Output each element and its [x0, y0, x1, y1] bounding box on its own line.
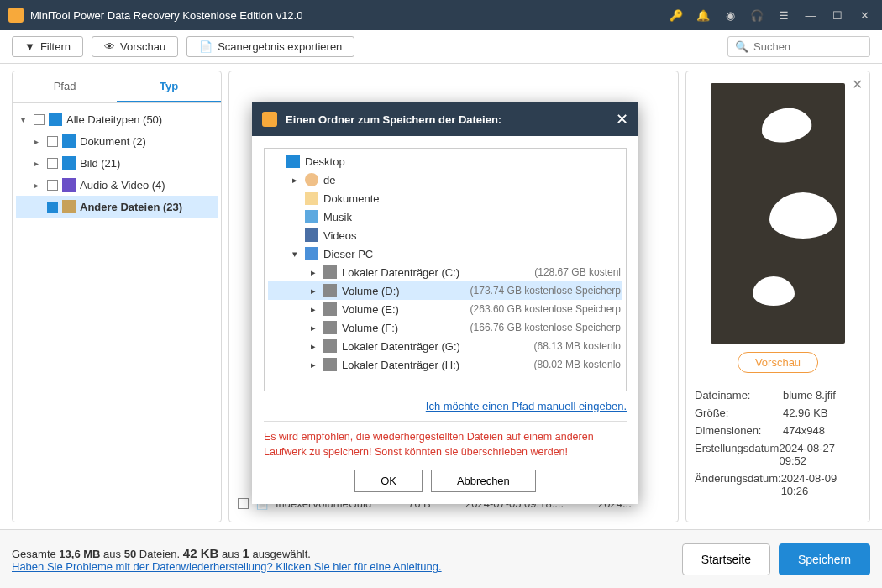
tree-img[interactable]: ▸Bild (21): [16, 152, 218, 174]
export-button[interactable]: 📄Scanergebnis exportieren: [186, 36, 354, 57]
folder-name: Dieser PC: [323, 248, 616, 260]
chevron-icon: ▸: [308, 286, 318, 297]
preview-panel: ✕ Vorschau Dateiname:blume 8.jfif Größe:…: [685, 71, 870, 522]
folder-node[interactable]: ▸Volume (F:)(166.76 GB kostenlose Speich…: [268, 318, 622, 337]
dialog-cancel-button[interactable]: Abbrechen: [431, 470, 536, 492]
folder-icon: [323, 339, 337, 353]
help-link[interactable]: Haben Sie Probleme mit der Datenwiederhe…: [12, 560, 674, 573]
preview-close-icon[interactable]: ✕: [852, 76, 863, 92]
folder-icon: [286, 155, 300, 168]
tree-doc[interactable]: ▸Dokument (2): [16, 130, 218, 152]
preview-image: [711, 83, 845, 344]
footer-stats: Gesamte 13,6 MB aus 50 Dateien. 42 KB au…: [12, 546, 674, 560]
tree-av[interactable]: ▸Audio & Video (4): [16, 174, 218, 196]
folder-name: Volume (E:): [342, 303, 465, 316]
folder-node[interactable]: Musik: [268, 207, 622, 226]
minimize-icon[interactable]: —: [801, 6, 820, 24]
titlebar: MiniTool Power Data Recovery Kostenlose …: [0, 0, 882, 30]
folder-size: (166.76 GB kostenlose Speicherp: [470, 322, 621, 333]
folder-node[interactable]: ▸Volume (D:)(173.74 GB kostenlose Speich…: [268, 281, 622, 300]
home-button[interactable]: Startseite: [682, 543, 770, 575]
type-tree: ▾Alle Dateitypen (50) ▸Dokument (2) ▸Bil…: [13, 103, 221, 223]
chevron-icon: ▸: [308, 341, 318, 352]
footer: Gesamte 13,6 MB aus 50 Dateien. 42 KB au…: [0, 529, 882, 588]
folder-node[interactable]: Dokumente: [268, 189, 622, 207]
manual-path-link[interactable]: Ich möchte einen Pfad manuell eingeben.: [264, 400, 627, 412]
dialog-close-icon[interactable]: ✕: [616, 110, 628, 129]
tree-all[interactable]: ▾Alle Dateitypen (50): [16, 108, 218, 130]
filter-button[interactable]: ▼Filtern: [12, 36, 83, 57]
folder-name: Musik: [323, 211, 616, 223]
toolbar: ▼Filtern 👁Vorschau 📄Scanergebnis exporti…: [0, 30, 882, 64]
folder-size: (173.74 GB kostenlose Speicherp: [470, 285, 621, 297]
left-panel: Pfad Typ ▾Alle Dateitypen (50) ▸Dokument…: [12, 71, 222, 522]
folder-node[interactable]: ▸Lokaler Datenträger (C:)(128.67 GB kost…: [268, 263, 622, 281]
chevron-icon: ▸: [308, 360, 318, 370]
tab-type[interactable]: Typ: [117, 71, 221, 102]
folder-node[interactable]: Videos: [268, 226, 622, 244]
folder-icon: [305, 210, 318, 223]
folder-node[interactable]: ▸Lokaler Datenträger (G:)(68.13 MB koste…: [268, 337, 622, 355]
folder-icon: [305, 192, 318, 205]
save-folder-dialog: Einen Ordner zum Speichern der Dateien: …: [252, 102, 638, 504]
folder-node[interactable]: Desktop: [268, 152, 622, 171]
folder-name: Lokaler Datenträger (G:): [342, 340, 529, 353]
folder-node[interactable]: ▸Lokaler Datenträger (H:)(80.02 MB koste…: [268, 355, 622, 374]
dialog-logo-icon: [262, 112, 277, 127]
dialog-ok-button[interactable]: OK: [354, 470, 423, 492]
globe-icon[interactable]: ◉: [721, 6, 739, 24]
preview-button[interactable]: 👁Vorschau: [92, 36, 178, 57]
chevron-icon: ▸: [308, 304, 318, 315]
folder-name: Lokaler Datenträger (C:): [342, 266, 529, 279]
maximize-icon[interactable]: ☐: [828, 6, 847, 24]
folder-name: Desktop: [305, 155, 616, 168]
app-logo-icon: [8, 8, 24, 23]
folder-name: Lokaler Datenträger (H:): [342, 359, 529, 371]
folder-size: (80.02 MB kostenlo: [534, 359, 621, 370]
folder-icon: [323, 265, 337, 279]
chevron-icon: ▾: [290, 249, 300, 260]
chevron-icon: ▸: [308, 267, 318, 278]
folder-size: (263.60 GB kostenlose Speicherp: [470, 303, 621, 315]
folder-name: Volume (D:): [342, 285, 465, 297]
tree-other[interactable]: Andere Dateien (23): [16, 196, 218, 218]
dialog-warning: Es wird empfohlen, die wiederhergestellt…: [264, 421, 627, 459]
filter-icon: ▼: [24, 40, 35, 53]
tab-path[interactable]: Pfad: [13, 71, 117, 102]
folder-name: Volume (F:): [342, 322, 465, 334]
export-icon: 📄: [199, 40, 213, 53]
folder-icon: [323, 302, 337, 316]
folder-name: Dokumente: [323, 192, 616, 205]
key-icon[interactable]: 🔑: [667, 6, 685, 24]
folder-icon: [323, 358, 337, 371]
folder-icon: [305, 247, 318, 260]
row-checkbox[interactable]: [238, 498, 249, 509]
folder-node[interactable]: ▾Dieser PC: [268, 244, 622, 263]
chevron-icon: ▸: [308, 323, 318, 333]
search-icon: 🔍: [735, 40, 748, 53]
save-button[interactable]: Speichern: [779, 543, 870, 575]
app-title: MiniTool Power Data Recovery Kostenlose …: [30, 9, 659, 22]
dialog-title: Einen Ordner zum Speichern der Dateien:: [286, 113, 616, 126]
search-input[interactable]: [753, 40, 863, 53]
folder-icon: [305, 173, 318, 186]
folder-tree: Desktop▸deDokumenteMusikVideos▾Dieser PC…: [264, 148, 627, 391]
search-box[interactable]: 🔍: [727, 36, 870, 57]
folder-name: de: [323, 174, 616, 186]
preview-open-button[interactable]: Vorschau: [738, 352, 818, 373]
folder-icon: [323, 284, 337, 297]
eye-icon: 👁: [104, 40, 115, 53]
folder-name: Videos: [323, 229, 616, 242]
folder-size: (128.67 GB kostenl: [534, 266, 621, 278]
folder-size: (68.13 MB kostenlo: [534, 340, 621, 352]
bell-icon[interactable]: 🔔: [694, 6, 712, 24]
folder-node[interactable]: ▸Volume (E:)(263.60 GB kostenlose Speich…: [268, 300, 622, 318]
chevron-icon: ▸: [290, 175, 300, 186]
file-metadata: Dateiname:blume 8.jfif Größe:42.96 KB Di…: [695, 386, 861, 500]
folder-icon: [323, 321, 337, 334]
close-icon[interactable]: ✕: [855, 6, 874, 24]
folder-icon: [305, 228, 318, 242]
menu-icon[interactable]: ☰: [774, 6, 793, 24]
headphones-icon[interactable]: 🎧: [748, 6, 766, 24]
folder-node[interactable]: ▸de: [268, 171, 622, 189]
